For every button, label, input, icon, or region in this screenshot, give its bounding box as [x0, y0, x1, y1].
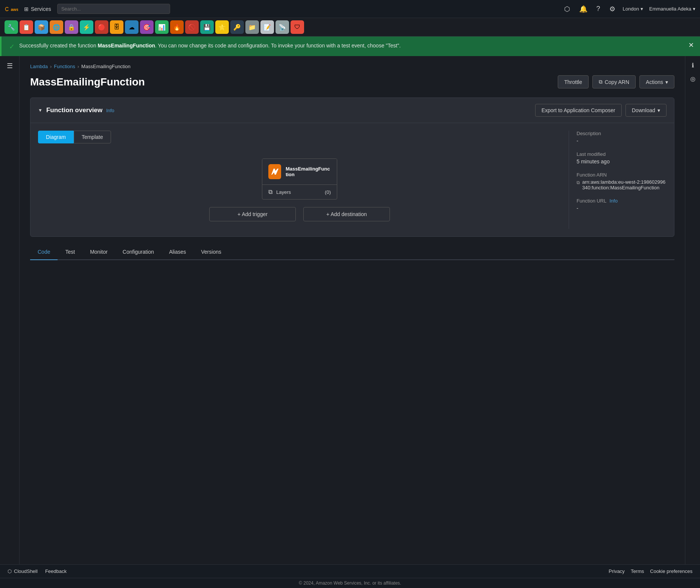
toolbar-icon-14[interactable]: ⭐: [215, 20, 229, 34]
toolbar-icon-4[interactable]: 🔒: [65, 20, 78, 34]
aws-logo: aws: [5, 2, 18, 16]
right-sidebar: ℹ ◎: [685, 56, 700, 564]
breadcrumb-functions-link[interactable]: Functions: [54, 64, 75, 69]
toolbar-icon-8[interactable]: ☁: [125, 20, 138, 34]
toolbar-icon-9[interactable]: 🎯: [140, 20, 154, 34]
description-field: Description -: [577, 131, 667, 144]
toolbar-icon-0[interactable]: 🔧: [5, 20, 18, 34]
services-label: Services: [31, 6, 51, 12]
user-label: Emmanuella Adeka: [649, 6, 691, 12]
user-arrow: ▾: [693, 6, 695, 12]
description-panel: Description - Last modified 5 minutes ag…: [569, 131, 667, 229]
function-url-field: Function URL Info -: [577, 198, 667, 211]
copy-arn-button[interactable]: ⧉ Copy ARN: [592, 75, 636, 88]
function-diagram: MassEmailingFunction ⧉ Layers (0) + Add …: [38, 151, 561, 229]
actions-button[interactable]: Actions ▾: [639, 75, 674, 88]
tab-template[interactable]: Template: [74, 131, 111, 143]
last-modified-field: Last modified 5 minutes ago: [577, 151, 667, 165]
privacy-link[interactable]: Privacy: [609, 568, 625, 574]
lambda-icon: [270, 167, 279, 176]
toolbar-icon-17[interactable]: 📝: [260, 20, 274, 34]
hamburger-menu-button[interactable]: ☰: [3, 59, 17, 73]
overview-info-link[interactable]: Info: [106, 108, 114, 113]
tab-monitor[interactable]: Monitor: [82, 244, 115, 260]
tab-diagram[interactable]: Diagram: [38, 131, 74, 143]
tab-aliases[interactable]: Aliases: [161, 244, 193, 260]
copyright-text: © 2024, Amazon Web Services, Inc. or its…: [0, 578, 700, 588]
arn-copy-icon[interactable]: ⧉: [577, 180, 580, 185]
success-text-suffix: . You can now change its code and config…: [155, 43, 401, 49]
cloudshell-icon: ⬡: [8, 568, 12, 574]
layers-label: Layers: [276, 189, 291, 195]
svg-text:aws: aws: [11, 7, 18, 11]
tab-configuration[interactable]: Configuration: [115, 244, 161, 260]
toolbar-icon-11[interactable]: 🔥: [170, 20, 184, 34]
tab-test[interactable]: Test: [58, 244, 82, 260]
breadcrumb-lambda-link[interactable]: Lambda: [30, 64, 48, 69]
download-button[interactable]: Download ▾: [625, 104, 667, 117]
right-info-button[interactable]: ℹ: [687, 59, 699, 71]
toolbar-icon-7[interactable]: 🗄: [110, 20, 123, 34]
toolbar-icon-13[interactable]: 💾: [200, 20, 214, 34]
throttle-button[interactable]: Throttle: [558, 75, 588, 88]
right-settings-button[interactable]: ◎: [687, 73, 699, 85]
tab-versions[interactable]: Versions: [193, 244, 229, 260]
function-url-label-row: Function URL Info: [577, 198, 667, 204]
toolbar-icon-6[interactable]: 🔴: [95, 20, 108, 34]
toolbar-icon-16[interactable]: 📁: [245, 20, 259, 34]
download-label: Download: [632, 107, 655, 113]
toolbar-icon-15[interactable]: 🔑: [230, 20, 244, 34]
last-modified-label: Last modified: [577, 151, 667, 157]
add-trigger-button[interactable]: + Add trigger: [209, 207, 296, 221]
region-label: London: [623, 6, 639, 12]
add-destination-button[interactable]: + Add destination: [303, 207, 390, 221]
lambda-icon-box: [268, 164, 281, 179]
toolbar-icon-5[interactable]: ⚡: [80, 20, 93, 34]
panel-body: Diagram Template MassEmailin: [30, 123, 674, 236]
diagram-tabs: Diagram Template: [38, 131, 561, 143]
function-url-label: Function URL: [577, 198, 606, 204]
toolbar-icon-19[interactable]: 🛡: [291, 20, 304, 34]
terminal-icon-btn[interactable]: ⬡: [563, 3, 572, 15]
panel-title: Function overview: [46, 107, 102, 114]
function-arn-field: Function ARN ⧉ arn:aws:lambda:eu-west-2:…: [577, 172, 667, 190]
collapse-icon[interactable]: ▼: [38, 108, 43, 113]
main-layout: ☰ Lambda › Functions › MassEmailingFunct…: [0, 56, 700, 564]
content-area: Lambda › Functions › MassEmailingFunctio…: [20, 56, 685, 564]
feedback-link[interactable]: Feedback: [45, 568, 67, 574]
tab-code[interactable]: Code: [30, 244, 58, 260]
services-button[interactable]: ⊞ Services: [24, 6, 51, 12]
function-actions-row: + Add trigger + Add destination: [209, 207, 390, 221]
last-modified-value: 5 minutes ago: [577, 158, 667, 165]
toolbar-icon-1[interactable]: 📋: [20, 20, 33, 34]
function-url-info-link[interactable]: Info: [609, 198, 618, 204]
copy-arn-label: Copy ARN: [605, 79, 629, 85]
toolbar-icon-12[interactable]: 🚫: [185, 20, 199, 34]
terms-link[interactable]: Terms: [631, 568, 644, 574]
toolbar-icon-18[interactable]: 📡: [275, 20, 289, 34]
cloudshell-label[interactable]: CloudShell: [14, 568, 38, 574]
toolbar-icon-10[interactable]: 📊: [155, 20, 169, 34]
user-menu[interactable]: Emmanuella Adeka ▾: [649, 6, 695, 12]
export-button[interactable]: Export to Application Composer: [535, 104, 622, 117]
nav-search-input[interactable]: [57, 4, 170, 14]
success-text-prefix: Successfully created the function: [19, 43, 98, 49]
function-arn-value: arn:aws:lambda:eu-west-2:198602996340:fu…: [582, 179, 667, 190]
banner-close-button[interactable]: ✕: [688, 41, 694, 49]
help-icon-btn[interactable]: ?: [595, 3, 602, 14]
nav-icons: ⬡ 🔔 ? ⚙ London ▾ Emmanuella Adeka ▾: [563, 3, 695, 15]
cookies-link[interactable]: Cookie preferences: [650, 568, 692, 574]
region-selector[interactable]: London ▾: [623, 6, 643, 12]
footer-right: Privacy Terms Cookie preferences: [609, 568, 692, 574]
bell-icon-btn[interactable]: 🔔: [578, 3, 589, 15]
actions-arrow: ▾: [665, 79, 668, 85]
layers-count: (0): [325, 189, 331, 195]
footer-left: ⬡ CloudShell: [8, 568, 38, 574]
toolbar-icon-2[interactable]: 📦: [35, 20, 48, 34]
panel-header-right: Export to Application Composer Download …: [535, 104, 667, 117]
settings-icon-btn[interactable]: ⚙: [608, 3, 617, 15]
function-arn-label: Function ARN: [577, 172, 667, 178]
toolbar-icon-3[interactable]: 🌐: [50, 20, 63, 34]
region-arrow: ▾: [641, 6, 643, 12]
left-sidebar: ☰: [0, 56, 20, 564]
